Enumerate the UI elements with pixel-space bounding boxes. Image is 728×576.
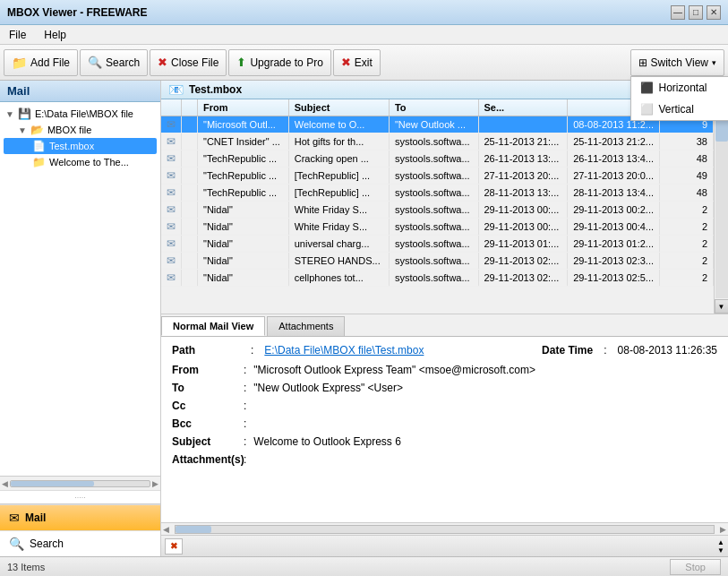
preview-vscroll-small[interactable]: ▲ ▼ xyxy=(717,538,724,555)
close-button[interactable]: ✕ xyxy=(707,5,721,20)
dropdown-vertical[interactable]: ⬜ Vertical xyxy=(631,99,728,120)
table-row[interactable]: ✉"Nidal" White Friday S...systools.softw… xyxy=(161,202,714,219)
vscroll-track[interactable] xyxy=(715,115,728,298)
table-row[interactable]: ✉"TechRepublic ...Cracking open ...systo… xyxy=(161,150,714,168)
tree-item-mbox-file[interactable]: ▼ 📂 MBOX file xyxy=(4,122,157,138)
menu-file[interactable]: File xyxy=(4,27,31,43)
email-received: 26-11-2013 13:4... xyxy=(568,150,660,168)
email-check[interactable] xyxy=(182,168,198,185)
preview-hscroll[interactable]: ◀ ▶ xyxy=(161,522,728,535)
email-subject: Cracking open ... xyxy=(288,150,389,168)
tab-normal-mail-view[interactable]: Normal Mail View xyxy=(161,316,265,336)
email-sent xyxy=(478,116,568,133)
minimize-button[interactable]: — xyxy=(671,5,685,20)
email-size: 49 xyxy=(660,168,714,185)
email-subject: [TechRepublic] ... xyxy=(288,168,389,185)
col-sent[interactable]: Se... xyxy=(478,99,568,116)
preview-from: From : "Microsoft Outlook Express Team" … xyxy=(172,364,717,376)
hscroll-left[interactable]: ◀ xyxy=(161,525,171,534)
email-sent: 26-11-2013 13:... xyxy=(478,150,568,168)
table-row[interactable]: ✉"CNET Insider" ...Hot gifts for th...sy… xyxy=(161,133,714,150)
email-subject: STEREO HANDS... xyxy=(288,253,389,270)
sidebar-tab-mail[interactable]: ✉ Mail xyxy=(0,504,160,530)
search-button[interactable]: 🔍 Search xyxy=(80,49,148,76)
search-tab-label: Search xyxy=(30,537,64,550)
email-from: "Nidal" xyxy=(198,202,289,219)
menu-help[interactable]: Help xyxy=(39,27,72,43)
datetime-colon: : xyxy=(604,344,606,357)
preview-tool-btn[interactable]: ✖ xyxy=(165,538,183,555)
tree-item-root[interactable]: ▼ 💾 E:\Data File\MBOX file xyxy=(4,106,157,122)
email-icon: ✉ xyxy=(161,116,182,133)
sidebar-hscroll[interactable]: ◀ ▶ xyxy=(0,476,160,490)
sidebar-header: Mail xyxy=(0,81,160,102)
preview-subject: Subject : Welcome to Outlook Express 6 xyxy=(172,435,717,448)
sidebar-tab-search[interactable]: 🔍 Search xyxy=(0,530,160,556)
col-subject[interactable]: Subject xyxy=(288,99,389,116)
col-icon xyxy=(161,99,182,116)
hscroll-track[interactable] xyxy=(175,525,715,534)
email-from: "Nidal" xyxy=(198,236,289,253)
email-check[interactable] xyxy=(182,116,198,133)
table-row[interactable]: ✉"Nidal" STEREO HANDS...systools.softwa.… xyxy=(161,253,714,270)
table-row[interactable]: ✉"Nidal" White Friday S...systools.softw… xyxy=(161,219,714,236)
bcc-label: Bcc xyxy=(172,417,244,430)
dropdown-horizontal[interactable]: ⬛ Horizontal xyxy=(631,77,728,99)
maximize-button[interactable]: □ xyxy=(689,5,703,20)
email-to: systools.softwa... xyxy=(389,270,478,287)
email-to: systools.softwa... xyxy=(389,185,478,202)
col-to[interactable]: To xyxy=(389,99,478,116)
attachment-label: Attachment(s) xyxy=(172,453,244,466)
hscroll-right[interactable]: ▶ xyxy=(718,525,728,534)
email-table: From Subject To Se... Size(KB) ✉"Microso… xyxy=(161,99,714,287)
email-to: systools.softwa... xyxy=(389,133,478,150)
email-table-area: From Subject To Se... Size(KB) ✉"Microso… xyxy=(161,99,728,314)
path-label: Path xyxy=(172,344,244,357)
email-check[interactable] xyxy=(182,253,198,270)
email-check[interactable] xyxy=(182,185,198,202)
email-check[interactable] xyxy=(182,133,198,150)
col-from[interactable]: From xyxy=(198,99,289,116)
horizontal-icon: ⬛ xyxy=(640,82,654,94)
bcc-value xyxy=(253,417,717,430)
table-row[interactable]: ✉"TechRepublic ...[TechRepublic] ...syst… xyxy=(161,185,714,202)
add-file-button[interactable]: 📁 Add File xyxy=(4,49,78,76)
path-value[interactable]: E:\Data File\MBOX file\Test.mbox xyxy=(264,344,424,357)
search-tab-icon: 🔍 xyxy=(9,537,24,551)
table-row[interactable]: ✉"Nidal" cellphones tot...systools.softw… xyxy=(161,270,714,287)
close-file-icon: ✖ xyxy=(158,56,167,69)
email-to: systools.softwa... xyxy=(389,253,478,270)
tree-item-welcome[interactable]: 📁 Welcome to The... xyxy=(4,154,157,170)
email-check[interactable] xyxy=(182,202,198,219)
sidebar-scroll-track[interactable] xyxy=(10,480,150,487)
email-received: 27-11-2013 20:0... xyxy=(568,168,660,185)
email-vscroll[interactable]: ▲ ▼ xyxy=(714,99,728,314)
table-row[interactable]: ✉"TechRepublic ...[TechRepublic] ...syst… xyxy=(161,168,714,185)
email-rows: ✉"Microsoft Outl...Welcome to O..."New O… xyxy=(161,116,714,287)
email-check[interactable] xyxy=(182,150,198,168)
email-subject: cellphones tot... xyxy=(288,270,389,287)
email-list-title: Test.mbox xyxy=(189,83,242,96)
email-sent: 29-11-2013 00:... xyxy=(478,219,568,236)
switch-view-icon: ⊞ xyxy=(638,56,647,69)
attachment-colon: : xyxy=(244,453,246,466)
email-check[interactable] xyxy=(182,219,198,236)
email-table-scroll[interactable]: From Subject To Se... Size(KB) ✉"Microso… xyxy=(161,99,714,314)
vscroll-down[interactable]: ▼ xyxy=(715,299,729,314)
exit-button[interactable]: ✖ Exit xyxy=(333,49,381,76)
email-check[interactable] xyxy=(182,270,198,287)
search-icon: 🔍 xyxy=(88,56,102,69)
subject-value: Welcome to Outlook Express 6 xyxy=(253,435,717,448)
title-bar: MBOX Viewer - FREEWARE — □ ✕ xyxy=(0,0,728,25)
stop-button[interactable]: Stop xyxy=(670,559,721,575)
switch-view-button[interactable]: ⊞ Switch View ▾ xyxy=(630,49,724,76)
upgrade-button[interactable]: ⬆ Upgrade to Pro xyxy=(228,49,330,76)
tab-attachments[interactable]: Attachments xyxy=(267,316,345,336)
table-row[interactable]: ✉"Nidal" universal charg...systools.soft… xyxy=(161,236,714,253)
preview-cc: Cc : xyxy=(172,400,717,412)
close-file-button[interactable]: ✖ Close File xyxy=(150,49,227,76)
mail-tab-label: Mail xyxy=(25,512,46,524)
folder-icon: 📂 xyxy=(30,124,44,136)
email-check[interactable] xyxy=(182,236,198,253)
tree-item-test-mbox[interactable]: 📄 Test.mbox xyxy=(4,138,157,154)
